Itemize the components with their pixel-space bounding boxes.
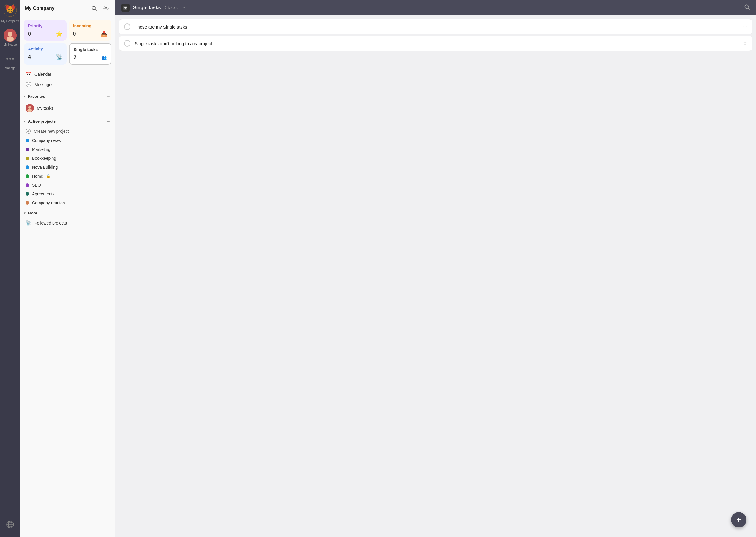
icon-rail: My Company My Nozbe Manage — [0, 0, 20, 537]
single-tasks-header-icon — [121, 4, 130, 12]
more-nav: 📡 Followed projects — [20, 217, 115, 229]
favorites-nav: My tasks — [20, 101, 115, 116]
bookkeeping-dot — [25, 156, 29, 160]
incoming-card-count: 0 — [73, 31, 76, 37]
globe-icon-wrap[interactable] — [4, 518, 17, 531]
agreements-label: Agreements — [32, 191, 54, 196]
svg-point-19 — [28, 106, 31, 109]
active-projects-chevron-icon: ▼ — [23, 120, 26, 123]
task-checkbox-0[interactable] — [124, 23, 130, 30]
svg-point-4 — [7, 7, 13, 13]
priority-card-label: Priority — [28, 23, 63, 28]
main-header-more-button[interactable]: ··· — [181, 5, 185, 10]
priority-card-row: 0 ⭐ — [28, 31, 63, 37]
project-seo[interactable]: SEO — [22, 181, 112, 189]
main-content: Single tasks 2 tasks ··· These are my Si… — [115, 0, 756, 537]
messages-icon: 💬 — [25, 82, 31, 87]
single-tasks-card[interactable]: Single tasks 2 👥 — [69, 43, 112, 65]
create-project-item[interactable]: + Create new project — [22, 127, 112, 136]
marketing-label: Marketing — [32, 147, 50, 152]
home-label: Home — [32, 174, 43, 179]
manage-icon — [4, 52, 17, 65]
active-projects-nav: + Create new project Company news Market… — [20, 125, 115, 209]
activity-card-row: 4 📡 — [28, 54, 63, 60]
seo-dot — [25, 183, 29, 187]
single-tasks-card-row: 2 👥 — [74, 54, 107, 61]
company-reunion-dot — [25, 201, 29, 205]
task-star-1[interactable]: ☆ — [743, 40, 747, 47]
active-projects-section-header[interactable]: ▼ Active projects ··· — [20, 116, 115, 125]
task-item-0[interactable]: These are my Single tasks ☆ — [119, 19, 752, 34]
my-tasks-label: My tasks — [37, 106, 53, 110]
priority-card[interactable]: Priority 0 ⭐ — [24, 20, 67, 41]
create-project-label: Create new project — [34, 129, 69, 134]
project-company-reunion[interactable]: Company reunion — [22, 198, 112, 207]
company-news-dot — [25, 139, 29, 142]
globe-icon — [6, 520, 14, 529]
agreements-dot — [25, 192, 29, 196]
my-tasks-avatar — [25, 104, 34, 112]
manage-label: Manage — [5, 66, 16, 70]
priority-card-count: 0 — [28, 31, 31, 37]
sidebar-cards: Priority 0 ⭐ Incoming 0 📥 Activity 4 📡 — [20, 17, 115, 68]
task-text-0: These are my Single tasks — [135, 24, 738, 29]
sidebar-header: My Company — [20, 0, 115, 17]
nova-building-label: Nova Building — [32, 165, 58, 170]
task-item-1[interactable]: Single tasks don't belong to any project… — [119, 36, 752, 51]
user-rail-item[interactable]: My Nozbe — [3, 29, 17, 46]
bookkeeping-label: Bookkeeping — [32, 156, 56, 161]
sidebar: My Company Priority 0 — [20, 0, 115, 537]
sidebar-nav: 📅 Calendar 💬 Messages — [20, 68, 115, 91]
svg-line-25 — [748, 8, 749, 10]
svg-point-20 — [27, 109, 32, 112]
search-button[interactable] — [90, 4, 98, 13]
fab-add-button[interactable]: + — [731, 512, 746, 527]
incoming-card-label: Incoming — [73, 23, 108, 28]
marketing-dot — [25, 147, 29, 151]
priority-star-icon: ⭐ — [56, 31, 63, 37]
favorites-section-header[interactable]: ▼ Favorites ··· — [20, 91, 115, 101]
followed-projects-label: Followed projects — [34, 221, 67, 226]
project-agreements[interactable]: Agreements — [22, 189, 112, 198]
task-text-1: Single tasks don't belong to any project — [135, 41, 738, 46]
my-tasks-item[interactable]: My tasks — [22, 102, 112, 115]
seo-label: SEO — [32, 183, 41, 187]
nav-messages-label: Messages — [34, 82, 54, 87]
more-chevron-icon: ▼ — [23, 212, 26, 215]
followed-projects-icon: 📡 — [25, 220, 31, 226]
activity-card[interactable]: Activity 4 📡 — [24, 43, 67, 65]
active-projects-more-button[interactable]: ··· — [105, 118, 112, 124]
project-home[interactable]: Home 🔒 — [22, 172, 112, 181]
main-header-count: 2 tasks — [164, 5, 177, 10]
favorites-chevron-icon: ▼ — [23, 95, 26, 98]
settings-button[interactable] — [102, 4, 110, 13]
more-title: More — [28, 211, 112, 215]
project-marketing[interactable]: Marketing — [22, 145, 112, 154]
favorites-title: Favorites — [28, 94, 103, 99]
company-label: My Company — [1, 20, 19, 23]
followed-projects-item[interactable]: 📡 Followed projects — [22, 218, 112, 228]
single-tasks-people-icon: 👥 — [102, 55, 107, 60]
task-star-0[interactable]: ☆ — [743, 23, 747, 30]
company-avatar[interactable] — [4, 4, 17, 17]
sidebar-title: My Company — [25, 6, 55, 11]
incoming-card-row: 0 📥 — [73, 31, 108, 37]
incoming-tray-icon: 📥 — [101, 31, 107, 37]
nav-messages[interactable]: 💬 Messages — [22, 79, 112, 90]
svg-point-17 — [106, 8, 107, 9]
single-tasks-card-label: Single tasks — [74, 47, 107, 52]
favorites-more-button[interactable]: ··· — [105, 93, 112, 99]
main-header-search-button[interactable] — [744, 4, 750, 12]
project-bookkeeping[interactable]: Bookkeeping — [22, 154, 112, 163]
svg-point-5 — [8, 9, 10, 10]
nav-calendar[interactable]: 📅 Calendar — [22, 69, 112, 79]
main-search-icon — [744, 4, 750, 10]
project-nova-building[interactable]: Nova Building — [22, 163, 112, 172]
lock-icon: 🔒 — [46, 174, 51, 178]
manage-rail-item[interactable]: Manage — [4, 52, 17, 70]
more-section-header[interactable]: ▼ More — [20, 209, 115, 217]
incoming-card[interactable]: Incoming 0 📥 — [69, 20, 112, 41]
calendar-icon: 📅 — [25, 71, 31, 77]
task-checkbox-1[interactable] — [124, 40, 130, 47]
project-company-news[interactable]: Company news — [22, 136, 112, 145]
